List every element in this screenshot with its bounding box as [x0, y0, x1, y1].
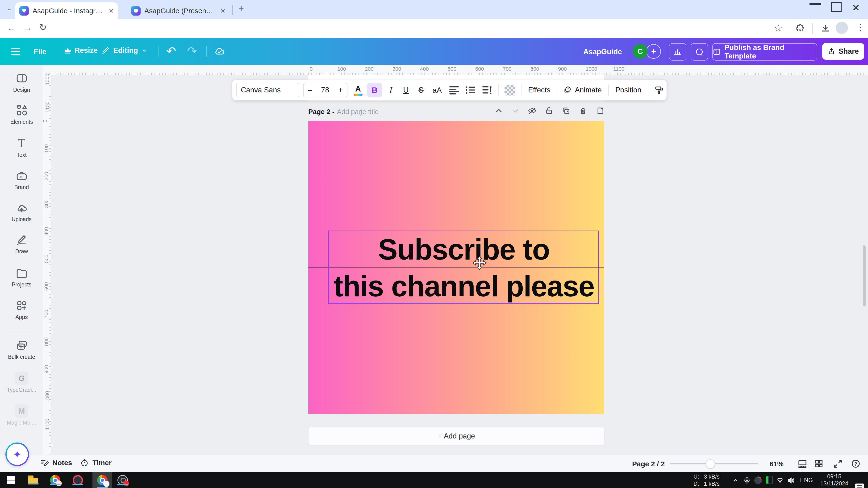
notes-button[interactable]: Notes: [40, 459, 72, 467]
sidebar-item-design[interactable]: Design: [0, 72, 43, 93]
browser-menu-icon[interactable]: ⋮: [856, 22, 865, 33]
underline-button[interactable]: U: [399, 83, 412, 97]
window-restore-button[interactable]: [831, 2, 842, 12]
animate-button[interactable]: Animate: [563, 86, 602, 95]
microphone-tray-icon[interactable]: [743, 476, 751, 484]
bookmark-star-icon[interactable]: ☆: [774, 23, 783, 33]
start-button[interactable]: [7, 476, 15, 484]
clock[interactable]: 09:15 13/11/2024: [816, 473, 852, 487]
tab-search-chevron-icon[interactable]: ⌄: [7, 4, 12, 12]
bold-button[interactable]: B: [367, 83, 382, 97]
resize-menu[interactable]: Resize: [64, 46, 98, 55]
browser-url-row: ← → ↻ canva.com/design/DAGVNLBxLZM/i8mMh…: [0, 19, 868, 38]
browser-tab-1[interactable]: ♥ AsapGuide - Instagram Post - C ✕: [15, 2, 118, 19]
new-tab-button[interactable]: +: [238, 3, 244, 14]
tab-close-icon[interactable]: ✕: [217, 7, 225, 14]
lock-page-icon[interactable]: [545, 106, 553, 115]
sidebar-item-uploads[interactable]: Uploads: [0, 201, 43, 223]
window-minimize-button[interactable]: [809, 3, 821, 5]
tab-close-icon[interactable]: ✕: [105, 7, 114, 14]
undo-icon[interactable]: ↶: [166, 44, 176, 58]
hide-page-icon[interactable]: [528, 106, 536, 115]
add-page-after-icon[interactable]: [596, 106, 604, 115]
tray-expand-chevron-icon[interactable]: [732, 477, 739, 484]
delete-page-icon[interactable]: [579, 106, 587, 115]
volume-tray-icon[interactable]: [787, 477, 795, 484]
font-size-increase[interactable]: +: [338, 86, 343, 94]
sidebar-item-brand[interactable]: co Brand: [0, 169, 43, 191]
notifications-icon[interactable]: [855, 484, 864, 488]
workspace-scrollbar[interactable]: [863, 245, 866, 306]
sidebar-item-projects[interactable]: Projects: [0, 267, 43, 288]
home-menu-icon[interactable]: [11, 47, 20, 55]
sidebar-item-magic-morph[interactable]: M Magic Mor...: [0, 404, 43, 426]
sidebar-item-elements[interactable]: Elements: [0, 104, 43, 125]
grid-view-button[interactable]: [814, 459, 824, 468]
design-canvas-page-2[interactable]: Subscribe to this channel please: [308, 121, 604, 414]
elements-icon: [16, 104, 28, 117]
text-case-button[interactable]: aA: [430, 83, 445, 97]
move-page-down-icon[interactable]: [512, 107, 519, 115]
duplicate-page-icon[interactable]: [562, 106, 570, 115]
fullscreen-button[interactable]: [833, 459, 842, 468]
font-family-select[interactable]: Canva Sans: [236, 83, 299, 97]
obs-icon[interactable]: [118, 475, 128, 485]
account-avatar[interactable]: C: [633, 44, 647, 59]
window-close-button[interactable]: ✕: [852, 2, 860, 13]
zoom-slider-thumb[interactable]: [706, 459, 715, 468]
mixer-tray-icon[interactable]: [766, 476, 773, 484]
transparency-button[interactable]: [504, 85, 516, 96]
copy-style-button[interactable]: [654, 85, 664, 95]
sidebar-item-bulk-create[interactable]: Bulk create: [0, 339, 43, 360]
brand-name[interactable]: AsapGuide: [583, 47, 622, 56]
page-title-placeholder[interactable]: Add page title: [337, 108, 379, 116]
redo-icon[interactable]: ↷: [187, 44, 197, 58]
pages-view-button[interactable]: [798, 459, 807, 468]
line-spacing-button[interactable]: [482, 85, 493, 95]
recorder-app-icon[interactable]: [73, 475, 83, 485]
sidebar-item-text[interactable]: T Text: [0, 137, 43, 158]
italic-button[interactable]: I: [384, 83, 398, 97]
extensions-icon[interactable]: [795, 24, 805, 33]
chrome-profile-1-icon[interactable]: [50, 475, 60, 485]
vertical-ruler: 1000 1100 0 100 200 300 400 500 600 700 …: [43, 75, 52, 455]
browser-tab-2[interactable]: AsapGuide (Presentation) - Pre ✕: [127, 2, 230, 19]
sidebar-item-apps[interactable]: Apps: [0, 299, 43, 320]
file-menu[interactable]: File: [34, 47, 46, 56]
opera-tray-icon[interactable]: [754, 477, 762, 484]
reload-icon[interactable]: ↻: [39, 22, 47, 33]
font-size-value[interactable]: 78: [321, 86, 329, 94]
expand-icon: [833, 459, 842, 468]
timer-button[interactable]: Timer: [80, 459, 112, 467]
back-icon[interactable]: ←: [7, 23, 16, 33]
sidebar-item-typegradient[interactable]: G TypeGradi...: [0, 371, 43, 393]
font-size-decrease[interactable]: –: [308, 86, 312, 94]
strikethrough-button[interactable]: S: [414, 83, 428, 97]
text-selection-box[interactable]: [328, 231, 599, 304]
effects-button[interactable]: Effects: [528, 86, 550, 94]
text-color-button[interactable]: A: [353, 85, 363, 96]
wifi-tray-icon[interactable]: [776, 477, 784, 484]
help-button[interactable]: ?: [851, 459, 861, 468]
text-align-button[interactable]: [449, 85, 459, 95]
editing-mode-menu[interactable]: Editing: [101, 46, 148, 55]
profile-avatar[interactable]: [836, 22, 848, 34]
canva-assistant-button[interactable]: ✦: [5, 443, 29, 466]
add-member-button[interactable]: +: [646, 44, 661, 59]
move-page-up-icon[interactable]: [495, 107, 503, 115]
chrome-active-app-tile[interactable]: [92, 472, 112, 488]
help-icon: ?: [851, 459, 861, 468]
insights-button[interactable]: [669, 43, 686, 61]
bullet-list-button[interactable]: [465, 85, 476, 95]
publish-brand-template-button[interactable]: Publish as Brand Template: [712, 43, 817, 61]
comments-button[interactable]: [691, 43, 708, 61]
sidebar-item-draw[interactable]: Draw: [0, 233, 43, 255]
downloads-icon[interactable]: [820, 24, 830, 33]
share-button[interactable]: Share: [822, 43, 864, 60]
add-page-button[interactable]: + Add page: [308, 427, 604, 446]
forward-icon[interactable]: →: [23, 23, 32, 33]
position-button[interactable]: Position: [615, 86, 641, 94]
tab-title: AsapGuide (Presentation) - Pre: [144, 7, 215, 15]
file-explorer-icon[interactable]: [28, 476, 38, 484]
language-indicator[interactable]: ENG: [800, 477, 813, 484]
